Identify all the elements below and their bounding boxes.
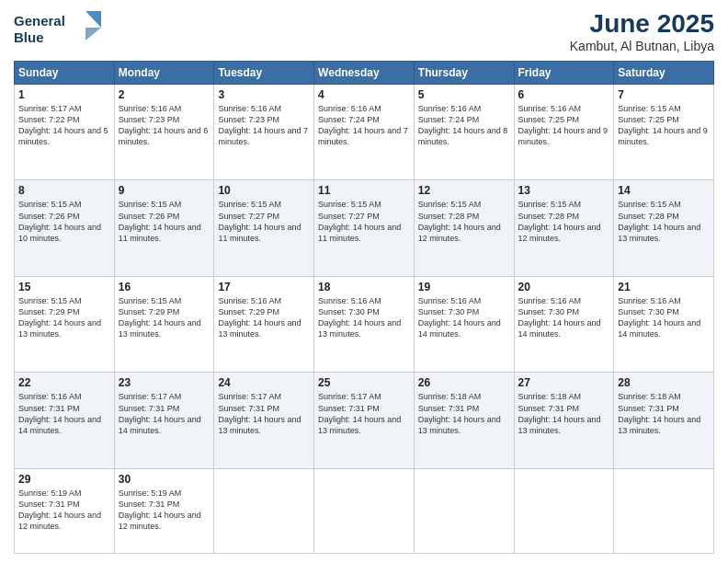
col-friday: Friday [514, 62, 614, 85]
table-row: 27 Sunrise: 5:18 AM Sunset: 7:31 PM Dayl… [514, 373, 614, 468]
col-wednesday: Wednesday [314, 62, 415, 85]
day-info: Sunrise: 5:18 AM Sunset: 7:31 PM Dayligh… [518, 392, 601, 434]
day-number: 12 [418, 184, 510, 197]
table-row: 26 Sunrise: 5:18 AM Sunset: 7:31 PM Dayl… [414, 373, 514, 468]
day-number: 26 [418, 376, 510, 389]
svg-text:Blue: Blue [14, 29, 44, 45]
table-row: 13 Sunrise: 5:15 AM Sunset: 7:28 PM Dayl… [514, 180, 614, 276]
day-number: 9 [119, 184, 210, 197]
calendar-week-row: 22 Sunrise: 5:16 AM Sunset: 7:31 PM Dayl… [15, 373, 714, 468]
day-info: Sunrise: 5:17 AM Sunset: 7:31 PM Dayligh… [119, 392, 201, 434]
calendar-table: Sunday Monday Tuesday Wednesday Thursday… [14, 61, 714, 554]
day-info: Sunrise: 5:19 AM Sunset: 7:31 PM Dayligh… [119, 488, 201, 531]
svg-marker-3 [85, 28, 101, 40]
calendar-week-row: 15 Sunrise: 5:15 AM Sunset: 7:29 PM Dayl… [15, 276, 714, 372]
day-info: Sunrise: 5:15 AM Sunset: 7:26 PM Dayligh… [18, 200, 101, 242]
table-row: 19 Sunrise: 5:16 AM Sunset: 7:30 PM Dayl… [414, 276, 514, 372]
col-saturday: Saturday [614, 62, 714, 85]
day-info: Sunrise: 5:16 AM Sunset: 7:23 PM Dayligh… [119, 104, 209, 146]
day-number: 29 [18, 473, 110, 486]
table-row: 8 Sunrise: 5:15 AM Sunset: 7:26 PM Dayli… [15, 180, 115, 276]
day-number: 3 [218, 88, 310, 101]
table-row [614, 468, 714, 553]
table-row: 9 Sunrise: 5:15 AM Sunset: 7:26 PM Dayli… [114, 180, 214, 276]
svg-text:General: General [14, 13, 65, 29]
page: General Blue June 2025 Kambut, Al Butnan… [0, 0, 728, 563]
day-number: 19 [418, 281, 510, 293]
day-info: Sunrise: 5:16 AM Sunset: 7:23 PM Dayligh… [218, 104, 308, 146]
day-number: 21 [618, 281, 710, 293]
day-info: Sunrise: 5:15 AM Sunset: 7:27 PM Dayligh… [318, 200, 401, 242]
table-row: 25 Sunrise: 5:17 AM Sunset: 7:31 PM Dayl… [314, 373, 415, 468]
day-info: Sunrise: 5:15 AM Sunset: 7:27 PM Dayligh… [218, 200, 301, 242]
table-row [214, 468, 314, 553]
table-row: 7 Sunrise: 5:15 AM Sunset: 7:25 PM Dayli… [614, 85, 714, 180]
logo: General Blue [14, 9, 106, 50]
day-info: Sunrise: 5:16 AM Sunset: 7:25 PM Dayligh… [518, 104, 609, 146]
table-row: 10 Sunrise: 5:15 AM Sunset: 7:27 PM Dayl… [214, 180, 314, 276]
day-number: 20 [518, 281, 610, 293]
day-info: Sunrise: 5:19 AM Sunset: 7:31 PM Dayligh… [18, 488, 101, 531]
calendar-week-row: 1 Sunrise: 5:17 AM Sunset: 7:22 PM Dayli… [15, 85, 714, 180]
day-number: 18 [318, 281, 410, 293]
day-info: Sunrise: 5:18 AM Sunset: 7:31 PM Dayligh… [418, 392, 501, 434]
table-row [414, 468, 514, 553]
day-info: Sunrise: 5:15 AM Sunset: 7:28 PM Dayligh… [518, 200, 601, 242]
table-row: 23 Sunrise: 5:17 AM Sunset: 7:31 PM Dayl… [114, 373, 214, 468]
subtitle: Kambut, Al Butnan, Libya [570, 39, 714, 53]
table-row: 1 Sunrise: 5:17 AM Sunset: 7:22 PM Dayli… [15, 85, 115, 180]
table-row: 2 Sunrise: 5:16 AM Sunset: 7:23 PM Dayli… [114, 85, 214, 180]
table-row: 3 Sunrise: 5:16 AM Sunset: 7:23 PM Dayli… [214, 85, 314, 180]
day-info: Sunrise: 5:16 AM Sunset: 7:29 PM Dayligh… [218, 296, 301, 339]
day-info: Sunrise: 5:16 AM Sunset: 7:24 PM Dayligh… [418, 104, 508, 146]
day-number: 23 [119, 376, 210, 389]
table-row: 21 Sunrise: 5:16 AM Sunset: 7:30 PM Dayl… [614, 276, 714, 372]
day-number: 16 [119, 281, 210, 293]
table-row [514, 468, 614, 553]
day-info: Sunrise: 5:16 AM Sunset: 7:30 PM Dayligh… [418, 296, 501, 339]
title-block: June 2025 Kambut, Al Butnan, Libya [570, 9, 714, 53]
day-number: 2 [119, 88, 210, 101]
day-number: 5 [418, 88, 510, 101]
table-row: 6 Sunrise: 5:16 AM Sunset: 7:25 PM Dayli… [514, 85, 614, 180]
header: General Blue June 2025 Kambut, Al Butnan… [14, 9, 714, 53]
day-number: 11 [318, 184, 410, 197]
table-row: 17 Sunrise: 5:16 AM Sunset: 7:29 PM Dayl… [214, 276, 314, 372]
day-number: 22 [18, 376, 110, 389]
day-info: Sunrise: 5:17 AM Sunset: 7:31 PM Dayligh… [318, 392, 401, 434]
day-info: Sunrise: 5:16 AM Sunset: 7:30 PM Dayligh… [518, 296, 601, 339]
col-thursday: Thursday [414, 62, 514, 85]
logo-svg: General Blue [14, 9, 106, 50]
table-row: 30 Sunrise: 5:19 AM Sunset: 7:31 PM Dayl… [114, 468, 214, 553]
table-row: 16 Sunrise: 5:15 AM Sunset: 7:29 PM Dayl… [114, 276, 214, 372]
col-monday: Monday [114, 62, 214, 85]
day-number: 13 [518, 184, 610, 197]
day-info: Sunrise: 5:15 AM Sunset: 7:28 PM Dayligh… [418, 200, 501, 242]
table-row: 12 Sunrise: 5:15 AM Sunset: 7:28 PM Dayl… [414, 180, 514, 276]
calendar-header-row: Sunday Monday Tuesday Wednesday Thursday… [15, 62, 714, 85]
day-number: 25 [318, 376, 410, 389]
table-row: 11 Sunrise: 5:15 AM Sunset: 7:27 PM Dayl… [314, 180, 415, 276]
table-row: 22 Sunrise: 5:16 AM Sunset: 7:31 PM Dayl… [15, 373, 115, 468]
day-number: 4 [318, 88, 410, 101]
day-info: Sunrise: 5:18 AM Sunset: 7:31 PM Dayligh… [618, 392, 700, 434]
day-number: 24 [218, 376, 310, 389]
day-info: Sunrise: 5:15 AM Sunset: 7:26 PM Dayligh… [119, 200, 201, 242]
day-info: Sunrise: 5:15 AM Sunset: 7:25 PM Dayligh… [618, 104, 708, 146]
table-row: 5 Sunrise: 5:16 AM Sunset: 7:24 PM Dayli… [414, 85, 514, 180]
day-number: 17 [218, 281, 310, 293]
day-info: Sunrise: 5:17 AM Sunset: 7:22 PM Dayligh… [18, 104, 108, 146]
day-number: 1 [18, 88, 110, 101]
table-row: 18 Sunrise: 5:16 AM Sunset: 7:30 PM Dayl… [314, 276, 415, 372]
svg-marker-2 [85, 11, 101, 28]
calendar-week-row: 29 Sunrise: 5:19 AM Sunset: 7:31 PM Dayl… [15, 468, 714, 553]
table-row: 4 Sunrise: 5:16 AM Sunset: 7:24 PM Dayli… [314, 85, 415, 180]
table-row: 29 Sunrise: 5:19 AM Sunset: 7:31 PM Dayl… [15, 468, 115, 553]
day-info: Sunrise: 5:16 AM Sunset: 7:24 PM Dayligh… [318, 104, 408, 146]
col-sunday: Sunday [15, 62, 115, 85]
day-number: 30 [119, 473, 210, 486]
col-tuesday: Tuesday [214, 62, 314, 85]
table-row: 28 Sunrise: 5:18 AM Sunset: 7:31 PM Dayl… [614, 373, 714, 468]
day-number: 7 [618, 88, 710, 101]
day-number: 15 [18, 281, 110, 293]
